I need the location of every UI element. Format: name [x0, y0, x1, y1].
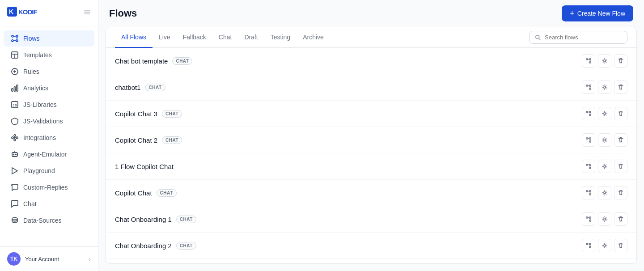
sidebar-item-integrations[interactable]: Integrations	[4, 130, 94, 146]
flow-name: Copilot Chat 3	[115, 110, 157, 118]
flow-delete-button[interactable]	[614, 54, 627, 68]
flow-list: Chat bot template CHAT	[106, 48, 636, 263]
templates-icon	[11, 51, 19, 59]
flow-settings-button[interactable]	[598, 239, 611, 252]
flow-connect-button[interactable]	[582, 107, 595, 120]
flow-item[interactable]: Deprecated	[106, 259, 636, 263]
svg-point-35	[12, 218, 17, 220]
sidebar-item-chat-label: Chat	[23, 200, 37, 207]
trash-icon	[618, 137, 624, 143]
flow-connect-button[interactable]	[582, 212, 595, 226]
flow-item[interactable]: Copilot Chat 3 CHAT	[106, 101, 636, 127]
flow-badge: CHAT	[176, 242, 196, 250]
flow-settings-button[interactable]	[598, 80, 611, 94]
flow-connect-button[interactable]	[582, 186, 595, 199]
sidebar-item-custom-replies-label: Custom-Replies	[23, 184, 68, 191]
tab-archive[interactable]: Archive	[297, 27, 330, 48]
flow-settings-button[interactable]	[598, 186, 611, 199]
flow-actions	[582, 239, 627, 252]
svg-text:K: K	[9, 8, 13, 15]
js-libraries-icon: JS	[11, 101, 19, 109]
footer-account-name: Your Account	[25, 256, 84, 263]
tab-draft[interactable]: Draft	[238, 27, 264, 48]
flow-delete-button[interactable]	[614, 80, 627, 94]
svg-point-49	[604, 86, 606, 88]
flow-connect-button[interactable]	[582, 160, 595, 173]
gear-icon	[602, 242, 608, 249]
tab-testing[interactable]: Testing	[264, 27, 297, 48]
flow-settings-button[interactable]	[598, 212, 611, 226]
main-content: Flows + Create New Flow All Flows Live F…	[98, 0, 644, 271]
data-sources-icon	[11, 216, 19, 224]
sidebar-item-integrations-label: Integrations	[23, 134, 56, 141]
sidebar-item-rules[interactable]: Rules	[4, 64, 94, 80]
flow-item[interactable]: Chat Onboarding 1 CHAT	[106, 206, 636, 233]
sidebar-item-custom-replies[interactable]: Custom-Replies	[4, 179, 94, 195]
flow-item[interactable]: Copilot Chat 2 CHAT	[106, 127, 636, 153]
flow-item[interactable]: Copilot Chat CHAT	[106, 180, 636, 206]
svg-text:KODIF: KODIF	[18, 8, 38, 16]
sidebar-item-js-validations[interactable]: JS-Validations	[4, 113, 94, 129]
svg-point-61	[604, 139, 606, 141]
sidebar-item-js-libraries-label: JS-Libraries	[23, 101, 57, 108]
search-input[interactable]	[545, 34, 622, 41]
flow-name: 1 Flow Copilot Chat	[115, 163, 174, 170]
sidebar-item-js-validations-label: JS-Validations	[23, 118, 63, 125]
svg-point-73	[604, 192, 606, 194]
sidebar-footer[interactable]: TK Your Account ›	[0, 246, 98, 271]
flow-connect-button[interactable]	[582, 133, 595, 147]
flow-item[interactable]: Chat Onboarding 2 CHAT	[106, 233, 636, 259]
create-new-flow-button[interactable]: + Create New Flow	[562, 5, 633, 21]
svg-point-40	[589, 59, 591, 60]
flow-settings-button[interactable]	[598, 133, 611, 147]
flow-connect-button[interactable]	[582, 80, 595, 94]
custom-replies-icon	[11, 183, 19, 191]
svg-point-38	[586, 59, 588, 60]
sidebar-item-analytics[interactable]: Analytics	[4, 80, 94, 96]
flow-name: Chat Onboarding 2	[115, 242, 172, 250]
flow-left: Copilot Chat 2 CHAT	[115, 136, 182, 144]
svg-rect-19	[12, 89, 13, 91]
tab-live[interactable]: Live	[153, 27, 177, 48]
sidebar-item-js-libraries[interactable]: JS JS-Libraries	[4, 97, 94, 113]
sidebar-item-playground[interactable]: Playground	[4, 163, 94, 179]
tab-chat[interactable]: Chat	[212, 27, 238, 48]
flow-settings-button[interactable]	[598, 107, 611, 120]
sidebar-item-rules-label: Rules	[23, 68, 39, 75]
flow-settings-button[interactable]	[598, 160, 611, 173]
tab-all-flows[interactable]: All Flows	[115, 27, 153, 48]
flow-delete-button[interactable]	[614, 133, 627, 147]
svg-point-76	[589, 217, 591, 219]
sidebar-toggle-button[interactable]	[84, 8, 91, 17]
svg-point-27	[14, 139, 16, 141]
svg-point-67	[604, 165, 606, 167]
flow-connect-button[interactable]	[582, 239, 595, 252]
svg-point-57	[589, 141, 591, 143]
flow-settings-button[interactable]	[598, 54, 611, 68]
flow-delete-button[interactable]	[614, 239, 627, 252]
sidebar-item-chat[interactable]: Chat	[4, 196, 94, 212]
footer-chevron-icon: ›	[89, 255, 91, 263]
tab-fallback[interactable]: Fallback	[177, 27, 212, 48]
flow-delete-button[interactable]	[614, 160, 627, 173]
sidebar-item-templates[interactable]: Templates	[4, 47, 94, 63]
analytics-icon	[11, 84, 19, 92]
flow-delete-button[interactable]	[614, 212, 627, 226]
sidebar-item-flows[interactable]: Flows	[4, 30, 94, 47]
flow-item[interactable]: 1 Flow Copilot Chat	[106, 153, 636, 180]
svg-rect-4	[84, 12, 90, 13]
sidebar-item-data-sources[interactable]: Data-Sources	[4, 212, 94, 229]
connect-icon	[585, 137, 592, 143]
svg-point-51	[589, 114, 591, 116]
flow-badge: CHAT	[157, 189, 177, 197]
page-title: Flows	[109, 8, 137, 19]
flow-item[interactable]: chatbot1 CHAT	[106, 74, 636, 101]
flow-left: Chat Onboarding 2 CHAT	[115, 242, 196, 250]
svg-point-75	[589, 220, 591, 222]
sidebar-item-agent-emulator[interactable]: Agent-Emulator	[4, 146, 94, 162]
flow-item[interactable]: Chat bot template CHAT	[106, 48, 636, 74]
flow-connect-button[interactable]	[582, 54, 595, 68]
flow-delete-button[interactable]	[614, 107, 627, 120]
gear-icon	[602, 137, 608, 143]
flow-delete-button[interactable]	[614, 186, 627, 199]
